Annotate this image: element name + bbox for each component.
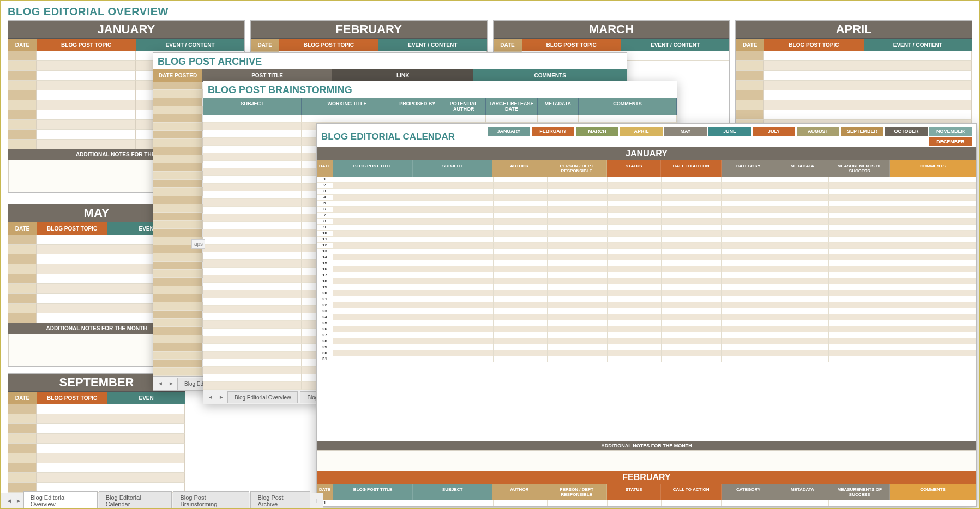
table-row[interactable]: 12: [317, 243, 976, 249]
table-row[interactable]: 19: [317, 284, 976, 290]
day-cell[interactable]: 10: [317, 231, 333, 237]
table-row[interactable]: 30: [317, 350, 976, 356]
month-btn-june[interactable]: JUNE: [708, 127, 751, 136]
tab-next-icon[interactable]: ►: [14, 496, 23, 506]
day-cell[interactable]: 8: [317, 219, 333, 225]
month-btn-january[interactable]: JANUARY: [488, 127, 530, 136]
day-cell[interactable]: 14: [317, 254, 333, 260]
day-cell[interactable]: 13: [317, 249, 333, 254]
month-btn-july[interactable]: JULY: [753, 127, 795, 136]
table-row[interactable]: 28: [317, 338, 976, 344]
day-cell[interactable]: 7: [317, 213, 333, 219]
table-row[interactable]: 31: [317, 356, 976, 362]
col-event: EVENT / CONTENT: [621, 39, 729, 51]
month-btn-november[interactable]: NOVEMBER: [929, 127, 972, 136]
calendar-body[interactable]: 1234567891011121314151617181920212223242…: [317, 177, 976, 441]
day-cell[interactable]: 2: [317, 183, 333, 189]
day-cell[interactable]: 3: [317, 189, 333, 195]
col-metadata: METADATA: [775, 484, 829, 500]
day-cell[interactable]: 11: [317, 237, 333, 243]
month-btn-may[interactable]: MAY: [664, 127, 707, 136]
table-row[interactable]: 18: [317, 278, 976, 284]
month-btn-february[interactable]: FEBRUARY: [532, 127, 574, 136]
day-cell[interactable]: 25: [317, 320, 333, 326]
day-cell[interactable]: 18: [317, 278, 333, 284]
col-topic: BLOG POST TOPIC: [279, 39, 378, 51]
tab-calendar[interactable]: Blog Editorial Calendar: [99, 491, 172, 509]
day-cell[interactable]: 6: [317, 207, 333, 213]
table-row[interactable]: 10: [317, 231, 976, 237]
mini-tab-overview[interactable]: Blog Editorial Overview: [227, 391, 298, 403]
table-row[interactable]: 1: [317, 177, 976, 183]
day-cell[interactable]: 21: [317, 296, 333, 302]
day-cell[interactable]: 27: [317, 332, 333, 338]
day-cell[interactable]: 9: [317, 225, 333, 231]
tab-prev-icon[interactable]: ◄: [206, 392, 215, 402]
table-row[interactable]: 4: [317, 195, 976, 201]
tab-next-icon[interactable]: ►: [217, 392, 226, 402]
table-row[interactable]: 14: [317, 254, 976, 260]
table-row[interactable]: 29: [317, 344, 976, 350]
table-row[interactable]: 17: [317, 272, 976, 278]
day-cell[interactable]: 20: [317, 290, 333, 296]
tab-brainstorming[interactable]: Blog Post Brainstorming: [173, 491, 249, 509]
table-row[interactable]: 16: [317, 266, 976, 272]
tab-prev-icon[interactable]: ◄: [155, 379, 165, 389]
day-cell[interactable]: 28: [317, 338, 333, 344]
col-event: EVEN: [107, 392, 185, 404]
table-row[interactable]: [203, 115, 677, 123]
table-row[interactable]: 7: [317, 213, 976, 219]
table-row[interactable]: 9: [317, 225, 976, 231]
day-cell[interactable]: 12: [317, 243, 333, 249]
day-cell[interactable]: 31: [317, 356, 333, 362]
month-btn-october[interactable]: OCTOBER: [885, 127, 928, 136]
month-btn-april[interactable]: APRIL: [620, 127, 663, 136]
table-row[interactable]: 15: [317, 260, 976, 266]
day-cell[interactable]: 26: [317, 326, 333, 332]
table-row[interactable]: 22: [317, 302, 976, 308]
tab-overview[interactable]: Blog Editorial Overview: [23, 491, 98, 509]
col-date: DATE: [317, 160, 333, 177]
day-cell[interactable]: 5: [317, 201, 333, 207]
table-row[interactable]: 5: [317, 201, 976, 207]
day-cell[interactable]: 22: [317, 302, 333, 308]
table-row[interactable]: 6: [317, 207, 976, 213]
table-row[interactable]: 27: [317, 332, 976, 338]
calendar-notes-body[interactable]: [317, 450, 976, 471]
table-row[interactable]: 25: [317, 320, 976, 326]
col-link: LINK: [332, 69, 473, 82]
table-row[interactable]: 3: [317, 189, 976, 195]
day-cell[interactable]: 30: [317, 350, 333, 356]
table-row[interactable]: 21: [317, 296, 976, 302]
table-row[interactable]: 24: [317, 314, 976, 320]
day-cell[interactable]: 24: [317, 314, 333, 320]
day-cell[interactable]: 23: [317, 308, 333, 314]
calendar-feb-row[interactable]: 1: [317, 500, 976, 506]
day-cell[interactable]: 1: [317, 177, 333, 183]
tab-next-icon[interactable]: ►: [166, 379, 176, 389]
table-row[interactable]: 11: [317, 237, 976, 243]
overview-title: BLOG EDITORIAL OVERVIEW: [8, 4, 972, 20]
day-cell[interactable]: 19: [317, 284, 333, 290]
month-btn-august[interactable]: AUGUST: [797, 127, 839, 136]
month-btn-march[interactable]: MARCH: [576, 127, 618, 136]
table-row[interactable]: 2: [317, 183, 976, 189]
tab-add-button[interactable]: +: [311, 496, 323, 505]
col-comments: COMMENTS: [473, 69, 627, 82]
table-row[interactable]: 8: [317, 219, 976, 225]
table-row[interactable]: 23: [317, 308, 976, 314]
tab-archive[interactable]: Blog Post Archive: [250, 491, 310, 509]
day-cell[interactable]: 17: [317, 272, 333, 278]
month-btn-september[interactable]: SEPTEMBER: [841, 127, 883, 136]
day-cell[interactable]: 15: [317, 260, 333, 266]
table-row[interactable]: 26: [317, 326, 976, 332]
month-body[interactable]: [8, 404, 185, 493]
day-cell[interactable]: 29: [317, 344, 333, 350]
day-cell[interactable]: 4: [317, 195, 333, 201]
calendar-title: BLOG EDITORIAL CALENDAR: [321, 131, 455, 142]
tab-prev-icon[interactable]: ◄: [4, 496, 14, 506]
table-row[interactable]: 13: [317, 249, 976, 254]
month-btn-december[interactable]: DECEMBER: [929, 137, 972, 146]
table-row[interactable]: 20: [317, 290, 976, 296]
day-cell[interactable]: 16: [317, 266, 333, 272]
